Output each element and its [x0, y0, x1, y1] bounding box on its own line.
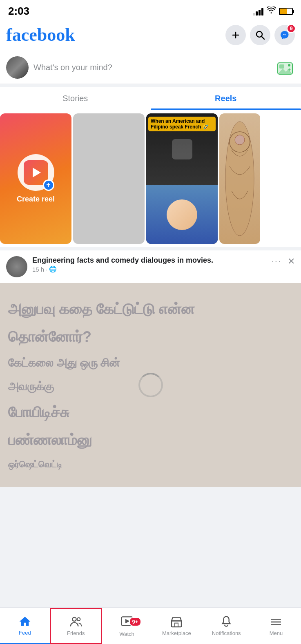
- loading-spinner: [138, 373, 163, 397]
- user-avatar: [6, 56, 29, 79]
- post-action-buttons: ··· ✕: [272, 256, 295, 267]
- tamil-text-5: போயிடிச்சு: [8, 403, 69, 422]
- svg-rect-17: [172, 621, 181, 627]
- whats-on-mind-input[interactable]: What's on your mind?: [33, 63, 270, 72]
- post-image: அனுபவு கதை கேட்டுட்டு என்ன தொன்னோர்? கேட…: [0, 283, 301, 487]
- tamil-text-4: அவருக்கு: [8, 379, 54, 394]
- reel-placeholder-card[interactable]: [73, 113, 145, 244]
- messenger-button[interactable]: 9: [274, 25, 295, 45]
- post-metadata: 15 h · 🌐: [32, 266, 267, 273]
- post-card: Engineering facts and comedy dialouges i…: [0, 250, 301, 487]
- svg-point-14: [77, 618, 80, 621]
- reel-tattoo-card[interactable]: [219, 113, 260, 244]
- app-header: facebook 9: [0, 20, 301, 51]
- svg-line-3: [262, 36, 265, 39]
- status-icons: [253, 7, 293, 16]
- status-bar: 2:03: [0, 0, 301, 20]
- tamil-text-3: கேட்கலை அது ஒரு சின்: [8, 356, 120, 370]
- svg-point-12: [235, 135, 245, 145]
- feed-label: Feed: [19, 630, 31, 636]
- marketplace-label: Marketplace: [162, 630, 191, 636]
- post-author-avatar: [6, 256, 27, 277]
- post-more-button[interactable]: ···: [272, 256, 281, 267]
- friends-label: Friends: [67, 630, 85, 636]
- nav-item-notifications[interactable]: Notifications: [201, 608, 251, 644]
- post-composer[interactable]: What's on your mind? +: [0, 51, 301, 84]
- battery-icon: [279, 8, 293, 15]
- notifications-label: Notifications: [212, 630, 241, 636]
- content-tabs: Stories Reels: [0, 87, 301, 110]
- bottom-navigation: Feed Friends 9+ Watch Marketplace: [0, 607, 301, 644]
- reel-content-card[interactable]: When an American and Filipino speak Fren…: [146, 113, 218, 244]
- status-time: 2:03: [8, 5, 29, 18]
- tamil-text-6: பண்ணலாம்னு: [8, 431, 92, 450]
- tamil-text-1: அனுபவு கதை கேட்டுட்டு என்ன: [8, 300, 195, 319]
- tab-stories[interactable]: Stories: [0, 87, 151, 110]
- menu-icon: [270, 615, 283, 629]
- svg-text:+: +: [288, 66, 291, 73]
- create-reel-card[interactable]: + Create reel: [0, 113, 71, 244]
- watch-label: Watch: [119, 631, 134, 637]
- nav-item-menu[interactable]: Menu: [251, 608, 301, 644]
- header-actions: 9: [225, 25, 295, 45]
- add-button[interactable]: [225, 25, 246, 45]
- nav-item-feed[interactable]: Feed: [0, 608, 50, 644]
- notifications-icon: [220, 615, 233, 629]
- reel-icon: +: [18, 154, 54, 191]
- post-info: Engineering facts and comedy dialouges i…: [32, 256, 267, 273]
- nav-item-marketplace[interactable]: Marketplace: [152, 608, 201, 644]
- home-icon: [18, 615, 31, 628]
- add-photo-button[interactable]: +: [275, 58, 295, 77]
- nav-item-friends[interactable]: Friends: [50, 608, 102, 644]
- post-header: Engineering facts and comedy dialouges i…: [0, 250, 301, 283]
- post-dot-separator: ·: [46, 266, 47, 273]
- tamil-text-2: தொன்னோர்?: [8, 328, 91, 347]
- create-reel-label: Create reel: [17, 195, 55, 204]
- menu-label: Menu: [270, 630, 283, 636]
- facebook-logo: facebook: [6, 24, 75, 45]
- svg-rect-19: [175, 623, 178, 627]
- search-button[interactable]: [250, 25, 270, 45]
- tamil-text-7: ஒர்ஷெட்வெட்டி: [8, 459, 62, 471]
- watch-badge: 9+: [129, 617, 142, 626]
- play-triangle-icon: [33, 168, 41, 177]
- reel-caption: When an American and Filipino speak Fren…: [148, 117, 216, 131]
- svg-point-13: [72, 617, 76, 621]
- section-divider: [0, 84, 301, 87]
- wifi-icon: [267, 7, 276, 16]
- messenger-badge: 9: [287, 24, 296, 33]
- post-author-name: Engineering facts and comedy dialouges i…: [32, 256, 267, 265]
- friends-icon: [69, 615, 82, 629]
- post-time: 15 h: [32, 266, 44, 273]
- reels-container: + Create reel When an American and Filip…: [0, 110, 301, 247]
- plus-icon: +: [43, 179, 54, 191]
- post-close-button[interactable]: ✕: [288, 256, 295, 267]
- svg-rect-6: [279, 64, 284, 69]
- marketplace-icon: [170, 615, 183, 629]
- tab-reels[interactable]: Reels: [151, 87, 301, 110]
- post-privacy-icon: 🌐: [49, 266, 57, 273]
- nav-item-watch[interactable]: 9+ Watch: [102, 608, 152, 644]
- signal-bars-icon: [253, 7, 263, 15]
